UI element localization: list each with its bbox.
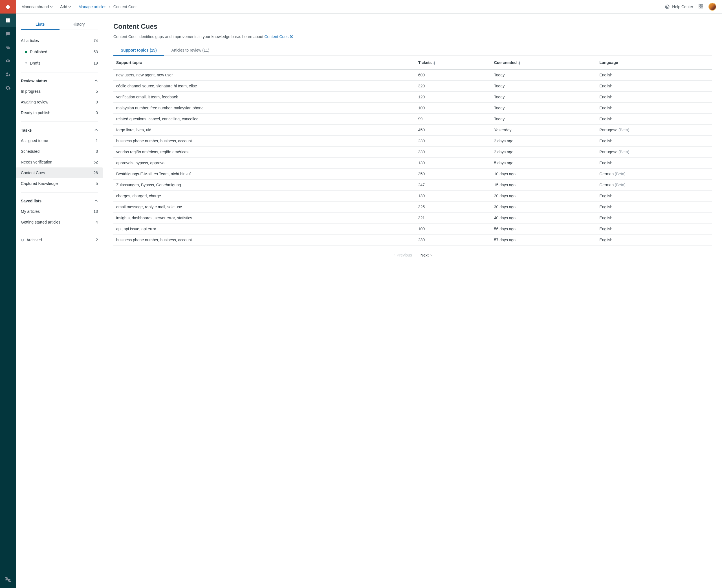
- table-row[interactable]: insights, dashboards, server error, stat…: [114, 212, 712, 224]
- sidebar-item-ready-to-publish[interactable]: Ready to publish 0: [16, 107, 103, 118]
- nav-gear-icon[interactable]: [0, 81, 16, 95]
- cell-created: 5 days ago: [491, 158, 597, 169]
- sidebar-section-label: Saved lists: [21, 199, 41, 203]
- sidebar-tab-lists[interactable]: Lists: [21, 19, 60, 30]
- product-logo[interactable]: [0, 0, 16, 14]
- sidebar-item-all-articles[interactable]: All articles 74: [21, 35, 98, 46]
- sidebar-item-captured-knowledge[interactable]: Captured Knowledge 5: [16, 178, 103, 189]
- sidebar-item-label: All articles: [21, 38, 39, 43]
- brand-name: Monocambrand: [21, 4, 49, 9]
- sidebar-item-count: 0: [96, 100, 98, 104]
- nav-eye-icon[interactable]: [0, 54, 16, 68]
- cell-tickets: 330: [415, 147, 491, 158]
- table-row[interactable]: charges, charged, charge13020 days agoEn…: [114, 191, 712, 202]
- table-row[interactable]: verification email, it team, feedback120…: [114, 91, 712, 103]
- col-language[interactable]: Language: [597, 56, 712, 70]
- cell-topic: api, api issue, api error: [114, 224, 415, 234]
- sidebar-item-count: 13: [94, 209, 98, 214]
- table-row[interactable]: Zulassungen, Bypass, Genehmigung24715 da…: [114, 180, 712, 191]
- svg-point-1: [666, 6, 668, 7]
- archive-icon: ⊖: [21, 238, 24, 242]
- sidebar-item-my-articles[interactable]: My articles 13: [16, 206, 103, 217]
- tab-support-topics[interactable]: Support topics (15): [114, 45, 164, 56]
- sidebar-item-count: 4: [96, 220, 98, 224]
- sidebar-item-awaiting-review[interactable]: Awaiting review 0: [16, 97, 103, 107]
- cell-language: English: [597, 113, 712, 125]
- sidebar-section-review-status[interactable]: Review status: [16, 76, 103, 86]
- sidebar-item-count: 1: [96, 139, 98, 143]
- cell-topic: insights, dashboards, server error, stat…: [114, 212, 415, 224]
- brand-selector[interactable]: Monocambrand: [21, 4, 53, 9]
- table-row[interactable]: business phone number, business, account…: [114, 234, 712, 246]
- cell-topic: email message, reply e mail, sole use: [114, 202, 415, 212]
- table-row[interactable]: cécile channel source, signature hi team…: [114, 81, 712, 91]
- table-row[interactable]: business phone number, business, account…: [114, 135, 712, 147]
- nav-user-lock-icon[interactable]: [0, 68, 16, 81]
- table-row[interactable]: vendas região américas, região américas3…: [114, 147, 712, 158]
- sidebar-tab-history[interactable]: History: [60, 19, 98, 29]
- sidebar-item-archived[interactable]: ⊖Archived 2: [16, 234, 103, 245]
- sidebar-item-in-progress[interactable]: In progress 5: [16, 86, 103, 97]
- help-center-link[interactable]: Help Center: [665, 4, 693, 9]
- cell-language: English: [597, 91, 712, 103]
- tab-articles-to-review[interactable]: Articles to review (11): [164, 45, 217, 56]
- cell-language: English: [597, 135, 712, 147]
- support-topics-table: Support topic Tickets▲▼ Cue created▲▼ La…: [114, 56, 712, 246]
- col-support-topic[interactable]: Support topic: [114, 56, 415, 70]
- table-row[interactable]: api, api issue, api error10056 days agoE…: [114, 224, 712, 234]
- sidebar-item-assigned-to-me[interactable]: Assigned to me 1: [16, 135, 103, 146]
- status-dot-draft-icon: [25, 62, 27, 64]
- sidebar-section-saved-lists[interactable]: Saved lists: [16, 196, 103, 206]
- breadcrumb-link-manage[interactable]: Manage articles: [78, 4, 106, 9]
- table-row[interactable]: malaysian number, free number, malaysian…: [114, 103, 712, 113]
- table-row[interactable]: approvals, bypass, approval1305 days ago…: [114, 158, 712, 169]
- table-row[interactable]: email message, reply e mail, sole use325…: [114, 202, 712, 212]
- sidebar-tabs: Lists History: [21, 19, 98, 30]
- apps-grid-icon[interactable]: [698, 4, 703, 9]
- add-label: Add: [60, 4, 67, 9]
- sidebar-item-drafts[interactable]: Drafts 19: [21, 58, 98, 69]
- sidebar-item-count: 19: [94, 61, 98, 65]
- cell-language: English: [597, 202, 712, 212]
- sidebar-item-label: Content Cues: [21, 170, 45, 175]
- cell-created: Today: [491, 103, 597, 113]
- cell-topic: new users, new agent, new user: [114, 70, 415, 81]
- lifebuoy-icon: [665, 4, 670, 9]
- sidebar-item-label: Scheduled: [21, 149, 40, 154]
- table-row[interactable]: Bestätigungs-E-Mail, es Team, nicht hinz…: [114, 169, 712, 180]
- table-row[interactable]: related questions, cancel, cancelling, c…: [114, 113, 712, 125]
- nav-arrange-icon[interactable]: [0, 41, 16, 54]
- add-dropdown[interactable]: Add: [60, 4, 71, 9]
- cell-topic: verification email, it team, feedback: [114, 91, 415, 103]
- table-row[interactable]: forgo livre, livea, uid450YesterdayPortu…: [114, 125, 712, 135]
- nav-knowledge-icon[interactable]: [0, 14, 16, 27]
- sidebar-item-count: 5: [96, 181, 98, 186]
- sidebar-section-tasks[interactable]: Tasks: [16, 125, 103, 135]
- cell-topic: Zulassungen, Bypass, Genehmigung: [114, 180, 415, 191]
- sidebar-item-count: 0: [96, 110, 98, 115]
- zendesk-logo-icon[interactable]: [0, 574, 16, 588]
- sidebar-item-published[interactable]: Published 53: [21, 46, 98, 58]
- table-row[interactable]: new users, new agent, new user600TodayEn…: [114, 70, 712, 81]
- cell-topic: forgo livre, livea, uid: [114, 125, 415, 135]
- pager-next[interactable]: Next ›: [420, 253, 432, 257]
- cell-tickets: 100: [415, 224, 491, 234]
- sidebar-item-content-cues[interactable]: Content Cues 26: [16, 167, 103, 178]
- cell-topic: charges, charged, charge: [114, 191, 415, 202]
- content-tabs: Support topics (15) Articles to review (…: [114, 45, 712, 56]
- chevron-up-icon: [95, 128, 98, 132]
- col-tickets[interactable]: Tickets▲▼: [415, 56, 491, 70]
- col-cue-created[interactable]: Cue created▲▼: [491, 56, 597, 70]
- page-description: Content Cues identifies gaps and improve…: [114, 35, 712, 39]
- nav-comment-icon[interactable]: [0, 27, 16, 41]
- sidebar-item-scheduled[interactable]: Scheduled 3: [16, 146, 103, 157]
- sidebar-item-needs-verification[interactable]: Needs verification 52: [16, 157, 103, 167]
- cell-topic: business phone number, business, account: [114, 135, 415, 147]
- sidebar: Lists History All articles 74 Published …: [16, 14, 103, 588]
- chevron-down-icon: [68, 4, 71, 9]
- user-avatar[interactable]: [708, 3, 716, 11]
- cell-tickets: 100: [415, 103, 491, 113]
- sidebar-item-getting-started[interactable]: Getting started articles 4: [16, 217, 103, 228]
- sidebar-item-label: Drafts: [30, 61, 40, 65]
- content-cues-doc-link[interactable]: Content Cues: [264, 35, 293, 39]
